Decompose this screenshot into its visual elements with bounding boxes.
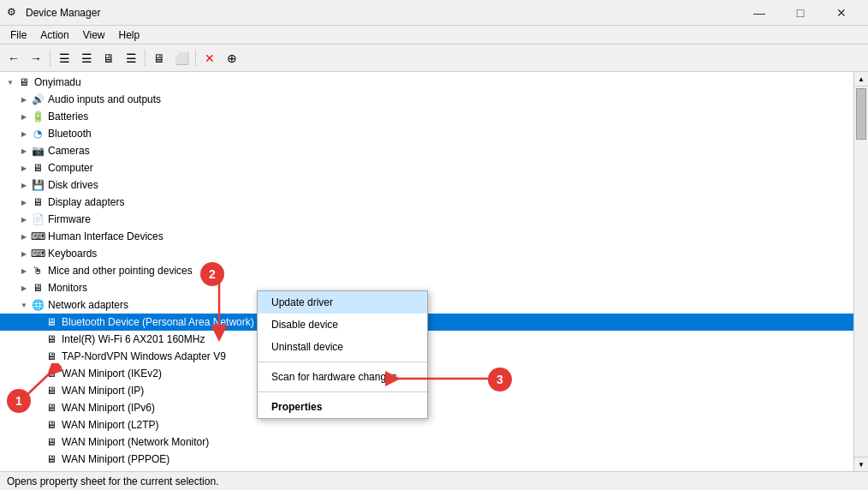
expand-tap-icon	[31, 350, 45, 363]
expand-intel-wifi-icon	[31, 332, 45, 346]
toolbar-back[interactable]: ←	[3, 48, 24, 69]
annotation-2: 2	[200, 262, 224, 286]
toolbar-list-view[interactable]: ☰	[76, 48, 97, 69]
mice-icon: 🖱	[31, 264, 45, 278]
context-menu-uninstall[interactable]: Uninstall device	[258, 336, 427, 358]
close-button[interactable]: ✕	[822, 0, 861, 26]
wan-netmon-icon: 🖥	[45, 435, 58, 449]
disk-label: Disk drives	[48, 179, 98, 191]
expand-batteries-icon: ▶	[17, 110, 31, 123]
window-controls: — □ ✕	[740, 0, 861, 26]
tree-item-keyboards[interactable]: ▶ ⌨ Keyboards	[0, 245, 853, 262]
tree-item-bluetooth[interactable]: ▶ ◔ Bluetooth	[0, 125, 853, 142]
batteries-label: Batteries	[48, 111, 88, 122]
toolbar-forward[interactable]: →	[26, 48, 46, 69]
app-title: Device Manager	[26, 7, 740, 19]
wan-pppoe-label: WAN Miniport (PPPOE)	[62, 453, 169, 465]
hid-label: Human Interface Devices	[48, 230, 163, 242]
tree-item-audio[interactable]: ▶ 🔊 Audio inputs and outputs	[0, 91, 853, 108]
expand-keyboards-icon: ▶	[17, 247, 31, 260]
tree-item-wan-pptp[interactable]: 🖥 WAN Miniport (PPTP)	[0, 468, 853, 471]
scrollbar-up-btn[interactable]: ▲	[854, 72, 868, 87]
wan-pptp-label: WAN Miniport (PPTP)	[62, 470, 161, 471]
toolbar-sep3	[195, 50, 196, 67]
toolbar-add[interactable]: ⬜	[171, 48, 192, 69]
tree-item-batteries[interactable]: ▶ 🔋 Batteries	[0, 108, 853, 125]
scrollbar-down-btn[interactable]: ▼	[854, 457, 868, 471]
bt-pan-label: Bluetooth Device (Personal Area Network)	[62, 316, 254, 328]
root-label: Onyimadu	[34, 76, 81, 88]
context-menu-disable[interactable]: Disable device	[258, 314, 427, 336]
tree-root[interactable]: ▼ 🖥 Onyimadu	[0, 74, 853, 91]
toolbar-device-icon[interactable]: 🖥	[98, 48, 119, 69]
intel-wifi-label: Intel(R) Wi-Fi 6 AX201 160MHz	[62, 333, 205, 345]
expand-wan-netmon-icon	[31, 435, 45, 449]
bluetooth-label: Bluetooth	[48, 128, 92, 140]
tree-item-computer[interactable]: ▶ 🖥 Computer	[0, 159, 853, 176]
expand-wan-l2tp-icon	[31, 418, 45, 432]
wan-ikev2-label: WAN Miniport (IKEv2)	[62, 368, 162, 379]
monitors-icon: 🖥	[31, 281, 45, 295]
tree-item-wan-pppoe[interactable]: 🖥 WAN Miniport (PPPOE)	[0, 451, 853, 468]
menu-help[interactable]: Help	[112, 27, 147, 43]
monitors-label: Monitors	[48, 282, 87, 294]
context-menu-update-driver[interactable]: Update driver	[258, 291, 427, 314]
tree-item-mice[interactable]: ▶ 🖱 Mice and other pointing devices	[0, 262, 853, 279]
menu-file[interactable]: File	[3, 27, 33, 43]
wan-ip-icon: 🖥	[45, 384, 58, 397]
tree-area[interactable]: ▼ 🖥 Onyimadu ▶ 🔊 Audio inputs and output…	[0, 72, 853, 471]
menu-view[interactable]: View	[76, 27, 112, 43]
scrollbar-thumb[interactable]	[856, 88, 866, 140]
expand-bluetooth-icon: ▶	[17, 127, 31, 140]
maximize-button[interactable]: □	[781, 0, 820, 26]
network-icon: 🌐	[31, 298, 45, 312]
menu-action[interactable]: Action	[33, 27, 75, 43]
tree-item-display[interactable]: ▶ 🖥 Display adapters	[0, 194, 853, 211]
expand-audio-icon: ▶	[17, 93, 31, 106]
tree-item-hid[interactable]: ▶ ⌨ Human Interface Devices	[0, 228, 853, 245]
keyboards-label: Keyboards	[48, 248, 97, 260]
tree-item-wan-l2tp[interactable]: 🖥 WAN Miniport (L2TP)	[0, 416, 853, 433]
scrollbar-track[interactable]: ▲ ▼	[853, 72, 868, 471]
toolbar: ← → ☰ ☰ 🖥 ☰ 🖥 ⬜ ✕ ⊕	[0, 45, 868, 72]
toolbar-refresh[interactable]: ⊕	[222, 48, 242, 69]
expand-disk-icon: ▶	[17, 178, 31, 192]
tree-item-wan-netmon[interactable]: 🖥 WAN Miniport (Network Monitor)	[0, 433, 853, 451]
wan-pptp-icon: 🖥	[45, 469, 58, 471]
firmware-label: Firmware	[48, 213, 91, 225]
minimize-button[interactable]: —	[740, 0, 779, 26]
annotation-3: 3	[488, 368, 512, 391]
wan-l2tp-icon: 🖥	[45, 418, 58, 432]
wan-ip-label: WAN Miniport (IP)	[62, 385, 144, 397]
toolbar-properties-list[interactable]: ☰	[54, 48, 74, 69]
expand-hid-icon: ▶	[17, 230, 31, 243]
computer-icon: 🖥	[17, 75, 31, 89]
tree-item-disk[interactable]: ▶ 💾 Disk drives	[0, 176, 853, 194]
wan-ipv6-icon: 🖥	[45, 401, 58, 415]
tree-item-cameras[interactable]: ▶ 📷 Cameras	[0, 142, 853, 159]
toolbar-update[interactable]: ☰	[121, 48, 141, 69]
toolbar-scan[interactable]: 🖥	[149, 48, 169, 69]
wan-l2tp-label: WAN Miniport (L2TP)	[62, 419, 159, 431]
expand-firmware-icon: ▶	[17, 212, 31, 226]
firmware-icon: 📄	[31, 212, 45, 226]
context-menu-scan[interactable]: Scan for hardware changes	[258, 366, 427, 388]
context-menu-properties[interactable]: Properties	[258, 396, 427, 418]
context-menu: Update driver Disable device Uninstall d…	[257, 290, 428, 419]
main-content: ▼ 🖥 Onyimadu ▶ 🔊 Audio inputs and output…	[0, 72, 868, 471]
title-bar: ⚙ Device Manager — □ ✕	[0, 0, 868, 26]
mice-label: Mice and other pointing devices	[48, 265, 193, 277]
toolbar-remove[interactable]: ✕	[199, 48, 220, 69]
tap-icon: 🖥	[45, 350, 58, 363]
menu-bar: File Action View Help	[0, 26, 868, 45]
tree-item-firmware[interactable]: ▶ 📄 Firmware	[0, 211, 853, 228]
bluetooth-icon: ◔	[31, 127, 45, 140]
bt-pan-icon: 🖥	[45, 315, 58, 329]
hid-icon: ⌨	[31, 230, 45, 243]
wan-ipv6-label: WAN Miniport (IPv6)	[62, 402, 155, 414]
audio-label: Audio inputs and outputs	[48, 93, 161, 105]
computer-label: Computer	[48, 162, 93, 174]
expand-mice-icon: ▶	[17, 264, 31, 278]
context-menu-sep2	[258, 391, 427, 392]
keyboards-icon: ⌨	[31, 247, 45, 260]
